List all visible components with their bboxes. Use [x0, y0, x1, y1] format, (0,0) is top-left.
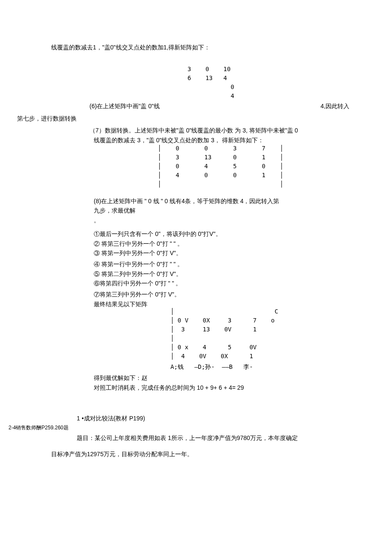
substep-6: ⑥将第四行中另外一个 0"打 " " 。: [94, 279, 383, 288]
footnote: 2-4销售数师酬P259.260题: [9, 424, 383, 432]
step6-left: (6)在上述矩阵中画"盖 0"线: [89, 101, 247, 111]
paragraph-line-cover: 线覆盖的数减去1，"盖0"线交叉点处的数加1,得新矩阵如下：: [51, 43, 383, 52]
step7-transition: 第七步，进行数据转换: [17, 114, 383, 123]
substep-7: ⑦将第三列中另外一个 0"打 V"。: [94, 290, 383, 299]
substep-1: ①最后一列只含有一个 0"，将该列中的 0"打V"。: [94, 229, 383, 239]
matrix-2: │ 0 0 3 7 │ │ 3 13 0 1 │ │ 0 4 5 0 │ │ 4…: [158, 144, 383, 189]
step8-line-b: 九步，求最优解: [94, 206, 383, 215]
substep-4: ④ 将第一行中另外一个 0"打 " " 。: [94, 259, 383, 269]
substep-3: ③ 将第一列中另外一个 0"打 V"。: [94, 248, 383, 258]
association-line: A;钱 —D;孙- ——B 李-: [170, 362, 383, 371]
substep-5: ⑤ 将第二列中另外一个 0"打 V"。: [94, 269, 383, 279]
question-line-1: 题目：某公司上年度相关费用如表 1所示，上一年度净产值为9780万元，本年度确定: [77, 433, 383, 443]
step7-line-a: （7）数据转换。上述矩阵中未被"盖 0"线覆盖的最小数 为 3, 将矩阵中未被"…: [89, 126, 383, 135]
step8-line-c: 。: [94, 216, 383, 225]
pairwise-method: 1 •成对比较法(教材 P199): [77, 414, 383, 423]
result-line-1: 得到最优解如下：赵: [94, 373, 383, 382]
step6-right: 4,因此转入: [247, 101, 383, 111]
substep-2: ② 将第三行中另外一个 0"打 " " 。: [94, 239, 383, 248]
question-line-2: 目标净产值为12975万元，目标劳动分配率同上一年。: [51, 449, 383, 459]
matrix-1: 3 0 10 6 13 4 0 4: [187, 65, 383, 101]
result-line-2: 对照工时消耗表，完成任务的总时间为 10 + 9+ 6 + 4= 29: [94, 383, 383, 392]
step7-line-b: 线覆盖的数减去 3，"盖 0"线交叉点处的数加 3， 得新矩阵如下：: [94, 135, 383, 145]
step8-line-a: (8)在上述矩阵中画 " 0 线 " 0 线有4条，等于矩阵的维数 4，因此转入…: [94, 196, 383, 206]
matrix-3: │ C │ 0 V 0X 3 7 o │ 3 13 0V 1 │ │ 0 x 4…: [170, 307, 383, 361]
